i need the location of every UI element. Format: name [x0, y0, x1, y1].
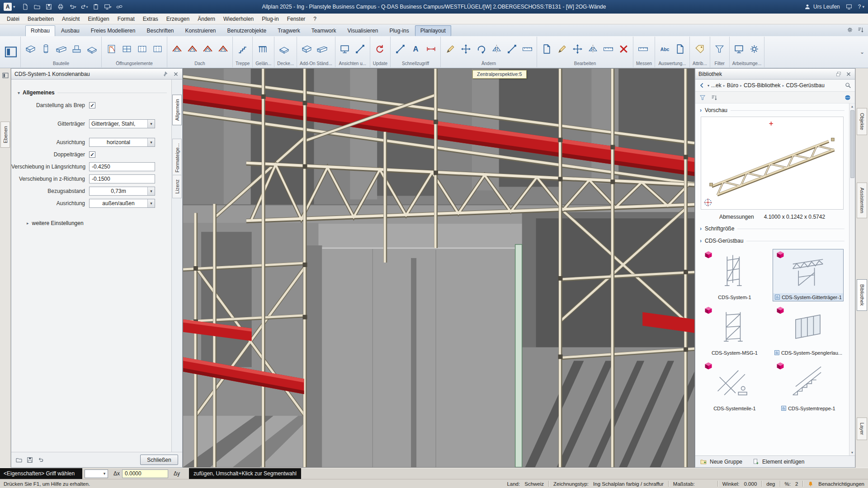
roof-covering-icon[interactable]: [215, 38, 231, 59]
menu-help[interactable]: ?: [309, 14, 321, 23]
mirror-copy-icon[interactable]: [585, 38, 600, 59]
adapt-icon[interactable]: [519, 38, 535, 59]
status-scale[interactable]: Maßstab:: [673, 481, 713, 487]
tab-planlayout[interactable]: Planlayout: [415, 25, 451, 36]
redo-icon[interactable]: ▾: [79, 2, 90, 12]
tab-ebenen[interactable]: Ebenen: [0, 122, 10, 148]
dropdown-arrow-icon[interactable]: ▾: [147, 187, 155, 195]
props-tab-allgemein[interactable]: Allgemein: [172, 94, 182, 125]
dimension-icon[interactable]: [423, 38, 439, 59]
menu-ändern[interactable]: Ändern: [193, 14, 219, 23]
preview-navigation-icon[interactable]: [703, 198, 712, 207]
status-drawing-type[interactable]: Zeichnungstyp: Ing Schalplan farbig / sc…: [553, 481, 664, 487]
close-library-icon[interactable]: [845, 71, 852, 77]
workspace-settings-icon[interactable]: [747, 38, 762, 59]
tab-rohbau[interactable]: Rohbau: [25, 25, 55, 36]
edit-icon[interactable]: [443, 38, 458, 59]
viewport-3d-scene[interactable]: [183, 69, 694, 467]
menu-format[interactable]: Format: [113, 14, 139, 23]
section-allgemeines[interactable]: ▾ Allgemeines: [18, 89, 167, 96]
status-angle-unit[interactable]: deg: [766, 481, 775, 487]
text-icon[interactable]: A: [408, 38, 423, 59]
library-item-cds-systemteile-1[interactable]: CDS-Systemteile-1: [701, 360, 769, 413]
library-scrollbar[interactable]: ▲ ▼: [849, 103, 855, 455]
input-verschiebung-in-z-richtung[interactable]: -0.1500: [89, 174, 155, 183]
menu-plug-in[interactable]: Plug-in: [258, 14, 283, 23]
stud-wall-icon[interactable]: [299, 38, 314, 59]
attributes-icon[interactable]: [692, 38, 707, 59]
status-angle[interactable]: Winkel: 0.000: [722, 481, 757, 487]
properties-palette-button[interactable]: [1, 37, 21, 67]
scroll-down-icon[interactable]: ▼: [851, 450, 854, 455]
open-project-icon[interactable]: [32, 2, 42, 12]
roof-plane-icon[interactable]: [169, 38, 184, 59]
online-content-icon[interactable]: [844, 94, 851, 101]
dropdown-arrow-icon[interactable]: ▾: [147, 138, 155, 146]
select-ausrichtung[interactable]: außen/außen▾: [89, 199, 155, 208]
sort-icon[interactable]: [711, 94, 718, 101]
tab-plug-ins[interactable]: Plug-ins: [384, 25, 414, 36]
window-opening-icon[interactable]: [119, 38, 134, 59]
select-gitterträger[interactable]: Gitterträger, Stahl,▾: [89, 119, 155, 128]
copy-icon[interactable]: [539, 38, 554, 59]
offset-icon[interactable]: [504, 38, 519, 59]
group-section-header[interactable]: › CDS-Gerüstbau: [695, 234, 849, 246]
breadcrumb-item-cds-bibliothek[interactable]: CDS-Bibliothek: [744, 82, 780, 89]
menu-bearbeiten[interactable]: Bearbeiten: [24, 14, 58, 23]
favorite-open-icon[interactable]: [15, 456, 23, 464]
measure-icon[interactable]: [635, 38, 651, 59]
draw-line-icon[interactable]: [392, 38, 408, 59]
scroll-up-icon[interactable]: ▲: [851, 103, 854, 109]
niche-icon[interactable]: [150, 38, 165, 59]
command-history-dropdown[interactable]: ▾: [85, 469, 108, 478]
library-item-cds-system-gitterträger-1[interactable]: CDS-System-Gitterträger-1: [773, 249, 844, 301]
new-group-button[interactable]: Neue Gruppe: [700, 458, 742, 465]
foundation-icon[interactable]: [69, 38, 84, 59]
edit-points-icon[interactable]: [554, 38, 570, 59]
wall-opening-icon[interactable]: [134, 38, 150, 59]
door-opening-icon[interactable]: [104, 38, 119, 59]
menu-erzeugen[interactable]: Erzeugen: [162, 14, 193, 23]
tab-bibliothek[interactable]: Bibliothek: [857, 279, 867, 311]
menu-fenster[interactable]: Fenster: [283, 14, 310, 23]
checkbox-darstellung-als-brep[interactable]: ✓: [89, 102, 95, 108]
filter-icon[interactable]: [699, 94, 706, 101]
more-settings-toggle[interactable]: ▸ weitere Einstellungen: [27, 220, 171, 226]
column-icon[interactable]: [38, 38, 53, 59]
print-icon[interactable]: [55, 2, 66, 12]
section-view-icon[interactable]: [337, 38, 353, 59]
breadcrumb-item-ek[interactable]: ...ek: [711, 82, 722, 89]
workspace-icon[interactable]: [731, 38, 747, 59]
view-generate-icon[interactable]: [353, 38, 368, 59]
delta-x-input[interactable]: 0.0000: [122, 469, 168, 478]
dropdown-arrow-icon[interactable]: ▾: [147, 199, 155, 207]
roof-frame-icon[interactable]: [184, 38, 200, 59]
menu-datei[interactable]: Datei: [3, 14, 24, 23]
tab-konstruieren[interactable]: Konstruieren: [180, 25, 222, 36]
palette-icon[interactable]: [2, 72, 9, 79]
tab-teamwork[interactable]: Teamwork: [306, 25, 342, 36]
wall-icon[interactable]: [23, 38, 38, 59]
checkbox-doppelträger[interactable]: ✓: [89, 151, 95, 158]
tab-beschriften[interactable]: Beschriften: [141, 25, 179, 36]
settings-gear-icon[interactable]: [846, 26, 854, 33]
scrollbar-thumb[interactable]: [850, 110, 854, 178]
input-verschiebung-in-längsrichtung[interactable]: -0.4250: [89, 162, 155, 171]
timber-beam-icon[interactable]: [314, 38, 330, 59]
help-button[interactable]: ? ▾: [858, 4, 864, 10]
float-panel-icon[interactable]: [835, 71, 842, 77]
select-ausrichtung[interactable]: horizontal▾: [89, 138, 155, 147]
project-link-icon[interactable]: [114, 2, 125, 12]
stretch-icon[interactable]: [570, 38, 585, 59]
breadcrumb-item-cds-gerüstbau[interactable]: CDS-Gerüstbau: [786, 82, 824, 89]
tab-benutzerobjekte[interactable]: Benutzerobjekte: [222, 25, 272, 36]
reports-icon[interactable]: Abc: [657, 38, 672, 59]
props-tab-formateige[interactable]: Formateige...: [172, 139, 182, 177]
viewport-window[interactable]: Zentralperspektive:5: [183, 68, 695, 468]
history-dropdown-icon[interactable]: ▾: [708, 84, 709, 88]
measure-edit-icon[interactable]: [600, 38, 616, 59]
copy-teilbild-icon[interactable]: [90, 2, 101, 12]
tab-tragwerk[interactable]: Tragwerk: [272, 25, 306, 36]
library-item-cds-systemtreppe-1[interactable]: CDS-Systemtreppe-1: [773, 360, 844, 413]
update-3d-icon[interactable]: [372, 38, 387, 59]
